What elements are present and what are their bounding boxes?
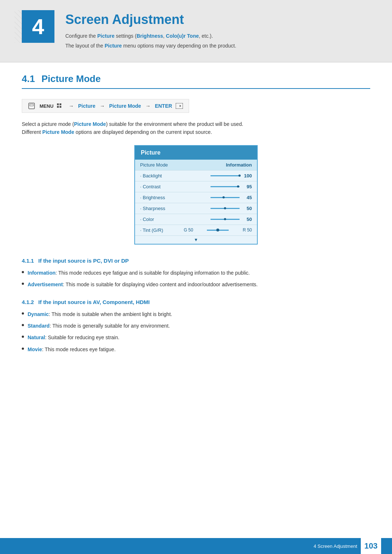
subsection2-bullet-list: Dynamic: This mode is suitable when the … bbox=[22, 310, 370, 354]
menu-row-label-2: · Brightness bbox=[140, 195, 173, 200]
menu-row-label-4: · Color bbox=[140, 217, 173, 222]
subsection1-bullet-list: Information: This mode reduces eye fatig… bbox=[22, 269, 370, 289]
subsection2-heading: 4.1.2 If the input source is AV, Compone… bbox=[22, 299, 370, 305]
chapter-title: Screen Adjustment bbox=[65, 12, 236, 27]
menu-row-value-2: 45 bbox=[241, 195, 252, 200]
menu-row-label-3: · Sharpness bbox=[140, 206, 173, 211]
subsection2-bullet-3: Movie: This mode reduces eye fatigue. bbox=[22, 345, 370, 353]
picture-menu: Picture Picture Mode Information · Backl… bbox=[134, 145, 258, 245]
intro-line2-prefix: Different bbox=[22, 129, 42, 135]
subsection1-number: 4.1.1 bbox=[22, 258, 34, 264]
subsection1-bullet-0: Information: This mode reduces eye fatig… bbox=[22, 269, 370, 277]
subsection2-bullet-2: Natural: Suitable for reducing eye strai… bbox=[22, 333, 370, 341]
header-desc1-bold3: Colo(u)r Tone bbox=[166, 33, 199, 39]
page-footer: 4 Screen Adjustment 103 bbox=[0, 538, 392, 554]
main-content: 4.1 Picture Mode MENU → Picture → Pictur… bbox=[0, 62, 392, 386]
menu-rows-container: · Backlight100· Contrast95· Brightness45… bbox=[135, 171, 257, 225]
menu-row-value-3: 50 bbox=[241, 206, 252, 211]
menu-row-0: · Backlight100 bbox=[135, 171, 257, 181]
section-heading: 4.1 Picture Mode bbox=[22, 73, 370, 89]
bullet-bold: Advertisement bbox=[28, 282, 63, 287]
bullet-bold: Natural bbox=[28, 335, 45, 340]
intro-line1-bold: Picture Mode bbox=[74, 121, 106, 127]
menu-row-label-0: · Backlight bbox=[140, 173, 173, 178]
bullet-dot bbox=[22, 348, 24, 350]
menu-row-value-1: 95 bbox=[241, 184, 252, 189]
intro-line2-bold: Picture Mode bbox=[42, 129, 74, 135]
header-desc1-suffix: , etc.). bbox=[199, 33, 213, 39]
nav-menu-label: MENU bbox=[40, 103, 53, 109]
header-desc2-suffix: menu options may vary depending on the p… bbox=[122, 43, 236, 49]
bullet-bold: Dynamic bbox=[28, 311, 49, 317]
nav-menu-icon-box bbox=[57, 103, 64, 108]
enter-icon bbox=[176, 103, 183, 109]
remote-icon bbox=[28, 102, 35, 110]
svg-rect-6 bbox=[176, 103, 183, 109]
subsection2-bullet-1: Standard: This mode is generally suitabl… bbox=[22, 322, 370, 330]
bullet-bold: Standard bbox=[28, 323, 50, 329]
bullet-bold: Information bbox=[28, 270, 56, 276]
bullet-text: Dynamic: This mode is suitable when the … bbox=[28, 310, 172, 318]
subsection1-bullet-1: Advertisement: This mode is suitable for… bbox=[22, 280, 370, 288]
header-desc1-bold2: Brightness bbox=[136, 33, 163, 39]
intro-line2-suffix: options are displayed depending on the c… bbox=[74, 129, 212, 135]
tint-label: · Tint (G/R) bbox=[140, 227, 173, 233]
picture-menu-container: Picture Picture Mode Information · Backl… bbox=[22, 145, 370, 245]
enter-svg-icon bbox=[176, 103, 183, 109]
header-desc1-mid: settings ( bbox=[114, 33, 136, 39]
header-desc1-prefix: Configure the bbox=[65, 33, 97, 39]
header-text-block: Screen Adjustment Configure the Picture … bbox=[65, 10, 236, 52]
header-desc2: The layout of the Picture menu options m… bbox=[65, 42, 236, 50]
bullet-dot bbox=[22, 336, 24, 338]
nav-item1: Picture bbox=[78, 103, 95, 109]
subsection2-title: If the input source is AV, Component, HD… bbox=[38, 299, 150, 305]
svg-rect-4 bbox=[57, 106, 59, 108]
tint-r-value: R 50 bbox=[243, 227, 252, 233]
picture-mode-value: Information bbox=[226, 162, 252, 168]
picture-mode-row: Picture Mode Information bbox=[135, 160, 257, 171]
menu-row-label-1: · Contrast bbox=[140, 184, 173, 189]
tint-g-value: G 50 bbox=[184, 227, 193, 233]
bullet-dot bbox=[22, 312, 24, 315]
tint-row: · Tint (G/R) G 50 R 50 bbox=[135, 225, 257, 236]
intro-line1-suffix: ) suitable for the environment where the… bbox=[106, 121, 243, 127]
bullet-bold: Movie bbox=[28, 346, 42, 352]
bullet-text: Standard: This mode is generally suitabl… bbox=[28, 322, 170, 330]
menu-row-value-0: 100 bbox=[241, 173, 252, 178]
nav-item3: ENTER bbox=[155, 103, 172, 109]
nav-arrow3: → bbox=[146, 103, 151, 109]
bullet-dot bbox=[22, 271, 24, 273]
section-title: Picture Mode bbox=[41, 73, 101, 85]
bullet-dot bbox=[22, 283, 24, 285]
menu-row-3: · Sharpness50 bbox=[135, 203, 257, 214]
picture-mode-label: Picture Mode bbox=[140, 162, 173, 168]
footer-text: 4 Screen Adjustment bbox=[314, 543, 357, 549]
svg-rect-2 bbox=[57, 103, 59, 105]
subsection1-heading: 4.1.1 If the input source is PC, DVI or … bbox=[22, 258, 370, 264]
header-desc2-bold: Picture bbox=[105, 43, 122, 49]
header-desc1-bold1: Picture bbox=[97, 33, 114, 39]
menu-grid-icon bbox=[57, 103, 64, 108]
header-banner: 4 Screen Adjustment Configure the Pictur… bbox=[0, 0, 392, 62]
nav-item2: Picture Mode bbox=[109, 103, 141, 109]
intro-text1: Select a picture mode (Picture Mode) sui… bbox=[22, 120, 370, 136]
footer-page-number: 103 bbox=[361, 538, 381, 554]
picture-menu-header: Picture bbox=[135, 146, 257, 160]
section-number: 4.1 bbox=[22, 73, 35, 85]
bullet-dot bbox=[22, 324, 24, 326]
remote-svg-icon bbox=[28, 102, 35, 110]
bullet-text: Natural: Suitable for reducing eye strai… bbox=[28, 333, 119, 341]
svg-rect-3 bbox=[60, 103, 61, 105]
nav-arrow2: → bbox=[100, 103, 105, 109]
bullet-text: Movie: This mode reduces eye fatigue. bbox=[28, 345, 116, 353]
chapter-number-wrapper: 4 bbox=[22, 10, 54, 43]
bullet-text: Advertisement: This mode is suitable for… bbox=[28, 280, 258, 288]
chapter-number: 4 bbox=[22, 10, 54, 43]
nav-bar: MENU → Picture → Picture Mode → ENTER bbox=[22, 99, 189, 113]
menu-row-4: · Color50 bbox=[135, 214, 257, 225]
header-desc2-prefix: The layout of the bbox=[65, 43, 105, 49]
nav-arrow1: → bbox=[69, 103, 74, 109]
menu-row-value-4: 50 bbox=[241, 217, 252, 222]
menu-row-1: · Contrast95 bbox=[135, 181, 257, 192]
header-desc1-mid2: , bbox=[163, 33, 166, 39]
